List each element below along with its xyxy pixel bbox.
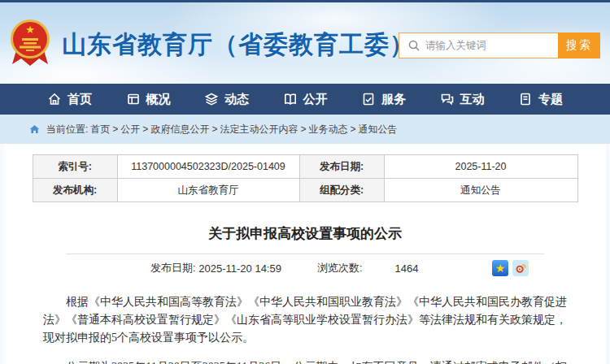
paragraph: 公示期为2025年11月20日至2025年11月26日。公示期内，如有不同意见，… [43, 358, 567, 364]
search-input[interactable] [425, 40, 558, 51]
nav-item-interaction[interactable]: 互动 [440, 92, 485, 107]
masthead: ★ 山东省教育厅（省委教育工委） 搜索 [0, 2, 610, 84]
table-row: 发布机构: 山东省教育厅 组配分类: 通知公告 [33, 179, 577, 202]
chat-icon [440, 92, 455, 106]
nav-item-disclosure[interactable]: 公开 [283, 92, 328, 107]
article-date-value: 2025-11-20 14:59 [198, 262, 281, 275]
publisher-value: 山东省教育厅 [117, 179, 299, 202]
breadcrumb-item-business[interactable]: 业务动态 [308, 123, 347, 136]
document-meta-table: 索引号: 1137000004502323D/2025-01409 发布日期: … [33, 154, 578, 202]
news-layers-icon [204, 92, 219, 106]
nav-item-home[interactable]: 首页 [47, 92, 92, 107]
breadcrumb-home-icon [29, 124, 40, 134]
article-body: 根据《中华人民共和国高等教育法》《中华人民共和国职业教育法》《中华人民共和国民办… [4, 293, 606, 364]
svg-text:★: ★ [25, 24, 35, 36]
site-title: 山东省教育厅（省委教育工委） [62, 28, 415, 62]
home-icon [47, 92, 62, 106]
page-title: 关于拟申报高校设置事项的公示 [4, 224, 606, 243]
publish-date-label: 发布日期: [299, 155, 384, 179]
search-button[interactable]: 搜索 [558, 32, 600, 58]
breadcrumb-item-home[interactable]: 首页 [90, 123, 110, 136]
share-buttons: ★ [492, 260, 529, 276]
paragraph: 根据《中华人民共和国高等教育法》《中华人民共和国职业教育法》《中华人民共和国民办… [43, 293, 567, 347]
table-row: 索引号: 1137000004502323D/2025-01409 发布日期: … [33, 155, 577, 179]
national-emblem-icon: ★ [8, 18, 52, 72]
nav-item-news[interactable]: 动态 [204, 92, 249, 107]
nav-item-overview[interactable]: 概况 [126, 92, 171, 107]
nav-item-services[interactable]: 服务 [361, 92, 406, 107]
page: ★ 山东省教育厅（省委教育工委） 搜索 首页 [0, 0, 610, 364]
views-count: 1464 [395, 262, 419, 275]
breadcrumb-item-statutory[interactable]: 法定主动公开内容 [220, 123, 298, 136]
publisher-label: 发布机构: [33, 179, 117, 202]
search-box: 搜索 [399, 32, 600, 58]
service-doc-icon [361, 92, 376, 106]
index-number-label: 索引号: [33, 155, 117, 179]
search-icon [407, 39, 420, 52]
publish-date-value: 2025-11-20 [384, 155, 577, 179]
weibo-share-icon[interactable] [512, 260, 529, 276]
site-logo-link[interactable]: ★ 山东省教育厅（省委教育工委） [8, 18, 415, 72]
breadcrumb-item-disclosure[interactable]: 公开 [120, 123, 140, 136]
breadcrumb-item-gov-info[interactable]: 政府信息公开 [150, 123, 209, 136]
views-label: 浏览次数: [317, 261, 363, 275]
article-date-label: 发布日期: [150, 261, 196, 275]
category-value: 通知公告 [384, 179, 577, 202]
topics-file-icon [518, 92, 533, 106]
category-label: 组配分类: [299, 179, 384, 202]
article-panel: 索引号: 1137000004502323D/2025-01409 发布日期: … [4, 144, 606, 364]
open-book-icon [283, 92, 298, 106]
nav-item-topics[interactable]: 专题 [518, 92, 563, 107]
main-nav: 首页 概况 动态 公开 服务 互动 专题 [0, 84, 610, 115]
breadcrumb: 当前位置: 首页 > 公开 > 政府信息公开 > 法定主动公开内容 > 业务动态… [0, 115, 610, 144]
article-meta-row: 发布日期: 2025-11-20 14:59 浏览次数: 1464 ★ [4, 254, 606, 282]
overview-icon [126, 92, 141, 106]
index-number-value: 1137000004502323D/2025-01409 [117, 155, 299, 179]
breadcrumb-prefix: 当前位置: [46, 123, 88, 136]
breadcrumb-item-notices[interactable]: 通知公告 [358, 123, 397, 136]
qzone-share-icon[interactable]: ★ [492, 260, 508, 276]
